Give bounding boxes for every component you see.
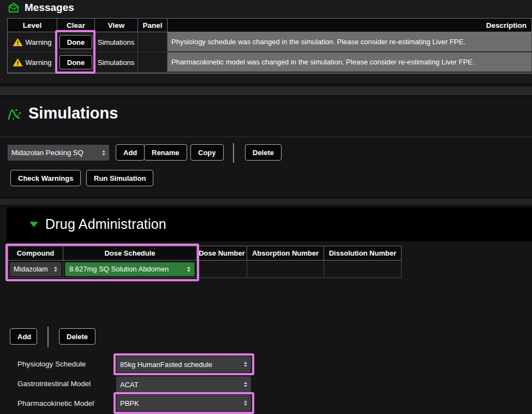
done-button[interactable]: Done (59, 55, 93, 69)
table-row: Warning Done Simulations Pharmacokinetic… (8, 52, 532, 73)
dissolution-number-cell (324, 261, 402, 278)
run-simulation-button[interactable]: Run Simulation (86, 170, 153, 186)
messages-panel: Messages Level Clear View Panel Descript… (0, 0, 532, 84)
simulations-panel: Simulations Midazolan Pecking SQ Add Ren… (0, 97, 532, 197)
column-header-dose-number: Dose Number (197, 246, 247, 261)
rename-simulation-button[interactable]: Rename (144, 144, 187, 161)
gastrointestinal-model-value: ACAT (120, 381, 139, 389)
panel-cell (138, 52, 168, 73)
divider (0, 137, 532, 137)
pharmacokinetic-model-select[interactable]: PBPK (116, 395, 251, 411)
description-cell: Physiology schedule was changed in the s… (168, 32, 532, 52)
absorption-number-cell (247, 261, 324, 278)
button-group-divider (233, 143, 234, 163)
simulations-header: Simulations (7, 104, 118, 122)
level-label: Warning (26, 38, 52, 46)
drug-administration-panel: Drug Administration Compound Dose Schedu… (0, 208, 532, 414)
table-row: Warning Done Simulations Physiology sche… (8, 32, 532, 52)
drug-administration-table: Compound Dose Schedule Dose Number Absor… (8, 246, 402, 278)
updown-arrows-icon (244, 400, 247, 406)
column-header-level: Level (8, 19, 57, 32)
column-header-absorption-number: Absorption Number (247, 246, 324, 261)
delete-row-button[interactable]: Delete (59, 328, 95, 345)
column-header-dissolution-number: Dissolution Number (324, 246, 402, 261)
physiology-schedule-value: 85kg HumanFasted schedule (120, 360, 212, 369)
view-label: Simulations (95, 52, 138, 73)
view-label: Simulations (95, 32, 138, 52)
messages-table-header: Level Clear View Panel Description (8, 19, 532, 32)
simulation-select[interactable]: Midazolan Pecking SQ (8, 145, 109, 161)
panel-separator (0, 199, 532, 205)
messages-title: Messages (25, 2, 74, 14)
warning-triangle-icon (13, 38, 22, 46)
add-row-button[interactable]: Add (10, 328, 37, 345)
done-button[interactable]: Done (59, 35, 93, 49)
column-header-dose-schedule: Dose Schedule (63, 246, 197, 261)
updown-arrows-icon (244, 382, 247, 387)
collapse-triangle-icon[interactable] (29, 222, 38, 227)
gastrointestinal-model-label: Gastrointestinal Model (17, 380, 91, 388)
level-label: Warning (26, 58, 52, 67)
panel-cell (138, 32, 168, 52)
table-row: Midazolam 8.627mg SQ Solution Abdomen (8, 261, 402, 278)
column-header-view: View (95, 19, 138, 32)
envelope-icon (8, 2, 20, 13)
check-warnings-button[interactable]: Check Warnings (10, 170, 81, 186)
drug-administration-header-band: Drug Administration (7, 208, 532, 241)
pk-curve-icon (7, 107, 23, 121)
updown-arrows-icon (102, 150, 105, 156)
compound-select-value: Midazolam (14, 265, 48, 273)
button-group-divider (47, 327, 49, 347)
compound-select[interactable]: Midazolam (10, 262, 61, 276)
physiology-schedule-select[interactable]: 85kg HumanFasted schedule (116, 356, 251, 372)
dose-number-cell (197, 261, 247, 278)
dose-schedule-select-value: 8.627mg SQ Solution Abdomen (69, 265, 169, 273)
description-cell: Pharmacokinetic model was changed in the… (168, 52, 532, 73)
pharmacokinetic-model-value: PBPK (120, 399, 139, 407)
drug-table-header: Compound Dose Schedule Dose Number Absor… (8, 246, 402, 261)
panel-separator (0, 86, 532, 95)
column-header-description: Description (168, 19, 532, 32)
column-header-compound: Compound (8, 246, 63, 261)
simulation-select-value: Midazolan Pecking SQ (11, 149, 83, 157)
messages-table: Level Clear View Panel Description Warni… (7, 18, 532, 74)
column-header-panel: Panel (138, 19, 168, 32)
simulations-title: Simulations (28, 104, 118, 122)
copy-simulation-button[interactable]: Copy (190, 144, 224, 161)
pharmacokinetic-model-label: Pharmacokinetic Model (17, 399, 94, 407)
physiology-schedule-label: Physiology Schedule (17, 360, 86, 368)
add-simulation-button[interactable]: Add (116, 144, 145, 161)
warning-triangle-icon (13, 58, 22, 67)
updown-arrows-icon (244, 362, 247, 367)
dose-schedule-select[interactable]: 8.627mg SQ Solution Abdomen (65, 262, 195, 276)
app-screen: Messages Level Clear View Panel Descript… (0, 0, 532, 414)
delete-simulation-button[interactable]: Delete (245, 144, 282, 161)
messages-header: Messages (8, 2, 74, 14)
updown-arrows-icon (187, 267, 190, 272)
drug-administration-title: Drug Administration (45, 216, 166, 232)
updown-arrows-icon (54, 267, 57, 272)
column-header-clear: Clear (57, 19, 95, 32)
gastrointestinal-model-select[interactable]: ACAT (116, 376, 251, 393)
